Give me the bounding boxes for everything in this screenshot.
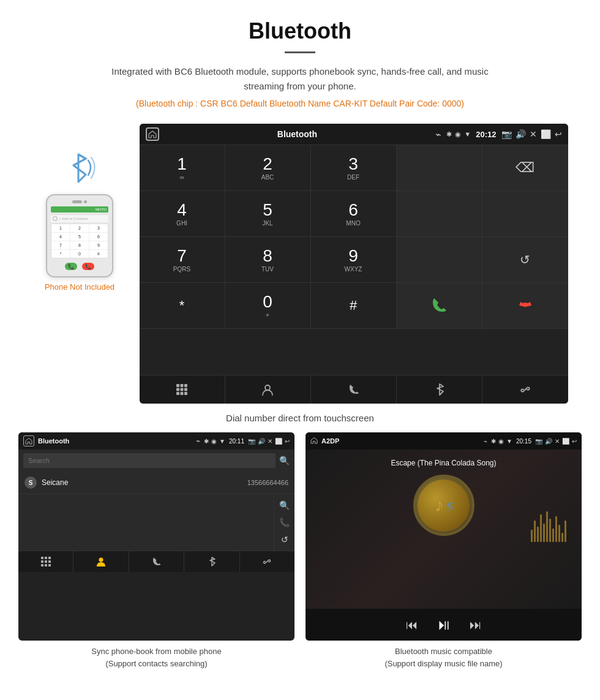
bluetooth-waves-icon (61, 148, 98, 188)
pb-title: Bluetooth (38, 437, 192, 445)
phone-not-included-label: Phone Not Included (45, 282, 114, 292)
pb-right-icons: ✱ ◉ ▼ (204, 438, 225, 445)
svg-rect-3 (184, 384, 187, 387)
pb-usb-icon: ⌁ (196, 437, 200, 445)
pb-side-refresh-icon[interactable]: ↺ (281, 535, 288, 544)
key-9[interactable]: 9WXYZ (311, 237, 397, 283)
ms-bt-icon: ✱ (491, 438, 496, 445)
key-1[interactable]: 1∞ (140, 145, 225, 191)
home-icon[interactable] (146, 127, 159, 141)
ms-win-icon: ⬜ (562, 438, 569, 445)
svg-rect-0 (53, 217, 57, 220)
empty-cell-3 (397, 237, 482, 283)
pb-cam-icon: 📷 (248, 438, 255, 445)
svg-rect-11 (41, 557, 43, 559)
ms-back-icon: ↩ (572, 438, 577, 445)
key-7[interactable]: 7PQRS (140, 237, 225, 283)
pb-nav-phone[interactable] (129, 551, 184, 572)
phone-mockup-container: MOTO + Add to Contacts 123 456 789 *0# (32, 124, 127, 292)
key-5[interactable]: 5JKL (225, 191, 311, 237)
call-red-key[interactable] (482, 283, 568, 329)
ms-home-icon[interactable] (310, 435, 318, 446)
play-pause-button[interactable]: ⏯ (437, 616, 451, 633)
pb-home-icon[interactable] (23, 435, 34, 446)
ms-album-art: ♪ (413, 475, 474, 536)
call-green-key[interactable] (397, 283, 482, 329)
prev-button[interactable]: ⏮ (406, 618, 418, 632)
ms-album-inner: ♪ (418, 480, 470, 532)
pb-time: 20:11 (229, 438, 244, 445)
svg-rect-13 (48, 557, 51, 559)
nav-link[interactable] (482, 375, 568, 404)
key-6[interactable]: 6MNO (311, 191, 397, 237)
pb-action-icons: 📷 🔊 ✕ ⬜ ↩ (248, 438, 290, 445)
header-description: Integrated with BC6 Bluetooth module, su… (101, 64, 499, 94)
nav-bluetooth[interactable] (397, 375, 482, 404)
dial-screen: Bluetooth ⌁ ✱ ◉ ▼ 20:12 📷 🔊 ✕ ⬜ ↩ 1∞ (140, 124, 568, 404)
key-0[interactable]: 0+ (225, 283, 311, 329)
ms-cam-icon: 📷 (535, 438, 542, 445)
pb-contact-number: 13566664466 (247, 479, 288, 486)
pb-search-input[interactable] (23, 453, 276, 468)
svg-rect-6 (184, 388, 187, 391)
close-icon[interactable]: ✕ (530, 129, 537, 139)
backspace-key[interactable]: ⌫ (482, 145, 568, 191)
bluetooth-status-icon: ✱ (446, 130, 452, 138)
nav-contacts[interactable] (225, 375, 311, 404)
svg-rect-8 (181, 392, 184, 395)
svg-rect-16 (48, 560, 51, 563)
usb-icon: ⌁ (435, 129, 441, 140)
ms-usb-icon: ⌁ (484, 438, 487, 445)
gps-status-icon: ◉ (455, 130, 461, 138)
music-caption: Bluetooth music compatible (Support disp… (306, 645, 582, 669)
key-2[interactable]: 2ABC (225, 145, 311, 191)
empty-cell-1 (397, 191, 482, 237)
ms-song-title: Escape (The Pina Colada Song) (391, 459, 496, 467)
dial-screen-title: Bluetooth (164, 129, 431, 139)
ms-loc-icon: ◉ (498, 438, 504, 445)
pb-nav-bt[interactable] (184, 551, 239, 572)
svg-rect-2 (181, 384, 184, 387)
window-icon[interactable]: ⬜ (541, 129, 551, 139)
nav-dialpad[interactable] (140, 375, 225, 404)
pb-search-icon[interactable]: 🔍 (279, 456, 290, 465)
svg-rect-1 (176, 384, 179, 387)
status-time: 20:12 (476, 130, 496, 139)
pb-empty-area (18, 494, 274, 551)
key-4[interactable]: 4GHI (140, 191, 225, 237)
svg-rect-4 (176, 388, 179, 391)
key-hash[interactable]: # (311, 283, 397, 329)
pb-nav-link[interactable] (240, 551, 294, 572)
ms-eq-bars (531, 505, 566, 542)
ms-action-icons: 📷 🔊 ✕ ⬜ ↩ (535, 438, 577, 445)
next-button[interactable]: ⏭ (470, 618, 482, 632)
ms-status-bar: A2DP ⌁ ✱ ◉ ▼ 20:15 📷 🔊 ✕ ⬜ ↩ (306, 432, 582, 450)
pb-search-row: 🔍 (18, 450, 294, 472)
svg-rect-17 (41, 564, 43, 566)
camera-icon[interactable]: 📷 (501, 129, 512, 139)
ms-vol-icon: 🔊 (545, 438, 552, 445)
keypad-grid: 1∞ 2ABC 3DEF ⌫ 4GHI 5JKL 6MNO (140, 145, 568, 375)
pb-win-icon: ⬜ (275, 438, 282, 445)
key-8[interactable]: 8TUV (225, 237, 311, 283)
svg-rect-12 (45, 557, 47, 559)
back-icon[interactable]: ↩ (555, 129, 562, 139)
refresh-key[interactable]: ↺ (482, 237, 568, 283)
key-3[interactable]: 3DEF (311, 145, 397, 191)
pb-nav-dialpad[interactable] (18, 551, 73, 572)
pb-nav-user[interactable] (73, 551, 129, 572)
pb-side-call-icon[interactable]: 📞 (279, 517, 290, 527)
svg-point-10 (265, 385, 270, 390)
svg-rect-14 (41, 560, 43, 563)
pb-contact-name: Seicane (42, 478, 242, 487)
pb-vol-icon: 🔊 (258, 438, 265, 445)
key-star[interactable]: * (140, 283, 225, 329)
dial-caption: Dial number direct from touchscreen (0, 413, 600, 423)
bottom-section: Bluetooth ⌁ ✱ ◉ ▼ 20:11 📷 🔊 ✕ ⬜ ↩ (0, 432, 600, 682)
pb-side-search-icon[interactable]: 🔍 (279, 500, 290, 510)
nav-phone[interactable] (311, 375, 397, 404)
svg-rect-18 (45, 564, 47, 566)
volume-icon[interactable]: 🔊 (516, 129, 526, 139)
ms-x-icon: ✕ (555, 438, 560, 445)
svg-rect-19 (48, 564, 51, 566)
